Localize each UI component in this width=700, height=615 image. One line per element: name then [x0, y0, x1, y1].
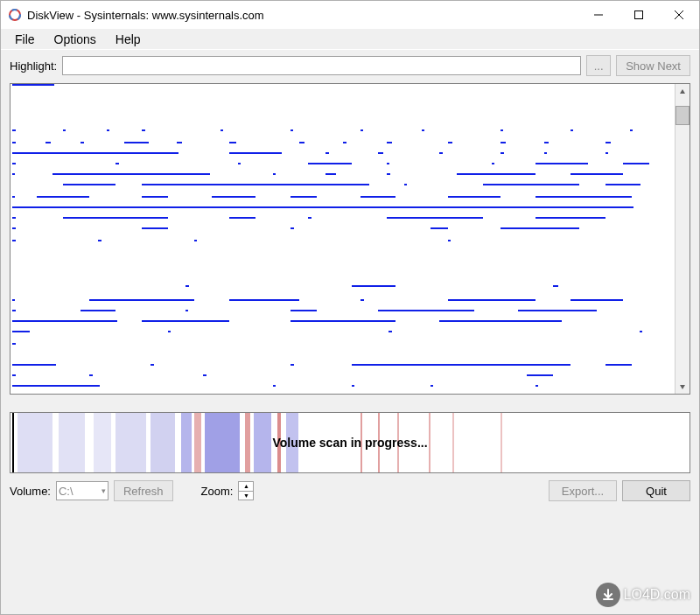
app-window: DiskView - Sysinternals: www.sysinternal…	[0, 0, 700, 615]
disk-segment	[430, 227, 448, 229]
disk-segment	[500, 227, 579, 229]
disk-segment	[142, 320, 229, 322]
disk-segment	[12, 84, 54, 86]
close-button[interactable]	[659, 1, 699, 29]
disk-segment	[37, 196, 89, 198]
window-title: DiskView - Sysinternals: www.sysinternal…	[27, 9, 578, 22]
disk-segment	[492, 163, 494, 164]
disk-segment	[142, 129, 145, 131]
disk-segment	[273, 173, 276, 175]
disk-segment	[500, 152, 504, 154]
disk-map-panel	[10, 83, 690, 395]
disk-segment	[570, 129, 573, 131]
refresh-button[interactable]: Refresh	[114, 480, 173, 501]
zoom-spinner[interactable]: ▲ ▼	[238, 481, 254, 500]
menu-options[interactable]: Options	[46, 31, 105, 48]
disk-segment	[630, 129, 633, 131]
disk-segment	[483, 184, 579, 185]
disk-segment	[387, 173, 390, 175]
disk-segment	[124, 142, 149, 143]
browse-button[interactable]: ...	[586, 55, 611, 76]
disk-segment	[518, 310, 597, 311]
scan-status-label: Volume scan in progress...	[10, 413, 690, 472]
minimize-button[interactable]	[578, 1, 619, 29]
disk-segment	[544, 142, 549, 143]
disk-segment	[107, 129, 109, 131]
disk-segment	[536, 196, 632, 198]
scroll-up-arrow[interactable]	[676, 84, 690, 99]
disk-segment	[299, 142, 304, 143]
disk-segment	[80, 310, 116, 311]
quit-button[interactable]: Quit	[622, 480, 690, 501]
disk-segment	[229, 142, 236, 143]
maximize-button[interactable]	[619, 1, 659, 29]
disk-segment	[52, 173, 210, 175]
disk-segment	[544, 152, 547, 154]
disk-segment	[194, 240, 197, 241]
disk-segment	[290, 310, 317, 311]
disk-segment	[536, 385, 538, 387]
scroll-down-arrow[interactable]	[676, 379, 690, 394]
disk-segment	[606, 142, 611, 143]
titlebar[interactable]: DiskView - Sysinternals: www.sysinternal…	[1, 1, 699, 29]
volume-label: Volume:	[10, 485, 51, 498]
menu-file[interactable]: File	[6, 31, 44, 48]
highlight-row: Highlight: ... Show Next	[10, 55, 690, 76]
disk-segment	[570, 299, 623, 301]
disk-segment	[229, 152, 282, 154]
disk-segment	[12, 163, 16, 164]
disk-segment	[536, 163, 588, 164]
export-button[interactable]: Export...	[549, 480, 617, 501]
highlight-input[interactable]	[62, 56, 581, 75]
watermark: LO4D.com	[596, 583, 690, 607]
volume-select[interactable]: C:\ ▾	[56, 481, 108, 500]
disk-segment	[12, 374, 16, 376]
disk-segment	[352, 285, 396, 287]
disk-segment	[360, 299, 364, 301]
footer-row: Volume: C:\ ▾ Refresh Zoom: ▲ ▼ Export..…	[10, 480, 690, 501]
disk-segment	[220, 129, 223, 131]
disk-segment	[606, 152, 608, 154]
disk-segment	[273, 385, 276, 387]
disk-segment	[89, 374, 93, 376]
disk-segment	[352, 385, 354, 387]
disk-segment	[80, 142, 84, 143]
disk-segment	[12, 152, 178, 154]
chevron-down-icon: ▾	[102, 486, 106, 495]
disk-segment	[448, 142, 452, 143]
disk-segment	[623, 163, 649, 164]
disk-segment	[12, 173, 15, 175]
menu-help[interactable]: Help	[107, 31, 150, 48]
disk-segment	[229, 217, 256, 219]
zoom-up[interactable]: ▲	[239, 482, 253, 491]
show-next-button[interactable]: Show Next	[616, 55, 690, 76]
disk-segment	[290, 129, 293, 131]
disk-map[interactable]	[10, 84, 675, 394]
disk-segment	[422, 129, 424, 131]
vertical-scrollbar[interactable]	[675, 84, 690, 394]
disk-segment	[326, 173, 336, 175]
scroll-thumb[interactable]	[676, 106, 690, 125]
disk-segment	[12, 299, 15, 301]
disk-segment	[142, 184, 369, 185]
disk-segment	[439, 152, 443, 154]
disk-segment	[570, 173, 623, 175]
disk-segment	[439, 320, 562, 322]
disk-segment	[553, 285, 558, 287]
disk-segment	[142, 196, 168, 198]
disk-segment	[89, 299, 194, 301]
disk-segment	[12, 227, 16, 229]
client-area: Highlight: ... Show Next Volume scan in …	[1, 50, 699, 614]
disk-segment	[536, 217, 606, 219]
disk-segment	[142, 227, 168, 229]
disk-segment	[63, 217, 168, 219]
disk-segment	[500, 129, 503, 131]
disk-segment	[290, 227, 294, 229]
zoom-down[interactable]: ▼	[239, 491, 253, 500]
svg-marker-7	[680, 385, 685, 389]
disk-segment	[63, 129, 66, 131]
download-icon	[596, 583, 620, 607]
svg-rect-3	[635, 11, 643, 19]
volume-strip-panel: Volume scan in progress...	[10, 412, 690, 473]
scroll-track[interactable]	[676, 99, 690, 379]
